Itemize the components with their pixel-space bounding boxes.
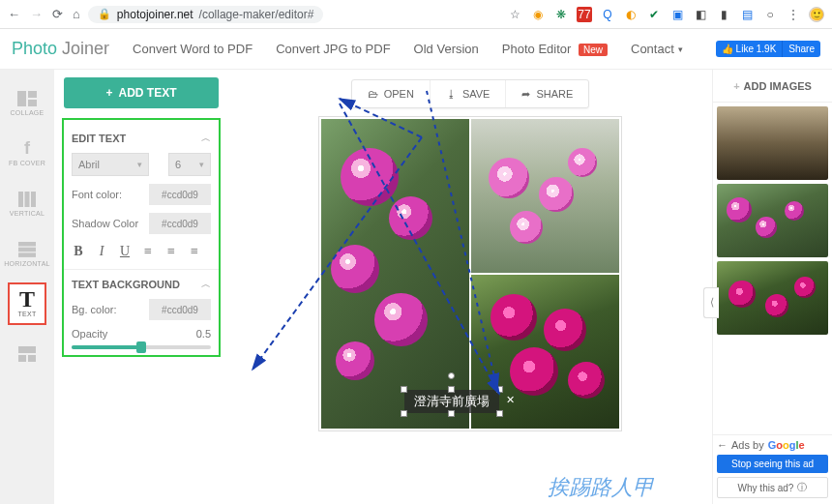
ext-icon[interactable]: ◐ [623, 7, 639, 22]
rail-horizontal[interactable]: HORIZONTAL [8, 232, 46, 275]
lock-icon: 🔒 [98, 8, 111, 20]
ext-icon[interactable]: ◧ [693, 7, 708, 22]
svg-rect-0 [17, 91, 26, 106]
svg-rect-4 [25, 192, 30, 207]
rail-fb-cover[interactable]: f FB COVER [8, 132, 46, 174]
collage-tile[interactable] [321, 119, 469, 429]
font-family-select[interactable]: Abril▾ [72, 153, 149, 176]
canvas-toolbar: 🗁OPEN ⭳SAVE ➦SHARE [351, 79, 590, 108]
nav-word-to-pdf[interactable]: Convert Word to PDF [133, 42, 253, 56]
ext-icon[interactable]: ✔ [646, 7, 662, 22]
ext-icon[interactable]: ▮ [716, 7, 731, 22]
text-bg-title: TEXT BACKGROUND ︿ [72, 278, 211, 291]
bold-button[interactable]: B [72, 244, 85, 259]
svg-rect-11 [28, 355, 36, 362]
url-path: /collage-maker/editor# [199, 8, 314, 21]
ads-collapse-icon[interactable]: ⟨ [703, 287, 719, 318]
nav-old-version[interactable]: Old Version [414, 42, 479, 56]
italic-button[interactable]: I [95, 244, 108, 259]
forward-icon[interactable]: → [30, 7, 43, 21]
shadow-color-input[interactable]: #ccd0d9 [149, 213, 211, 234]
url-host: photojoiner.net [117, 8, 193, 21]
panel-highlight: EDIT TEXT ︿ Abril▾ 6▾ Font color: #ccd0d… [62, 118, 221, 357]
facebook-icon: f [16, 140, 38, 158]
ext-icon[interactable]: ▤ [739, 7, 755, 22]
align-right-button[interactable]: ≡ [188, 244, 201, 259]
add-text-button[interactable]: + ADD TEXT [64, 77, 219, 108]
home-icon[interactable]: ⌂ [73, 7, 80, 21]
why-ad-button[interactable]: Why this ad?ⓘ [717, 477, 828, 498]
rail-vertical[interactable]: VERTICAL [8, 182, 46, 224]
right-panel: + ADD IMAGES ⟨ ← Ads by Google Stop s [712, 70, 832, 504]
svg-rect-3 [18, 192, 23, 207]
collage-canvas[interactable]: 澄清寺前廣場 ✕ [318, 116, 622, 431]
thumbnail-list [713, 103, 832, 434]
svg-rect-6 [18, 242, 36, 247]
brand-logo[interactable]: Photo Joiner [12, 39, 109, 59]
evernote-icon[interactable]: ❋ [553, 7, 569, 22]
horizontal-icon [16, 241, 38, 258]
gmail-icon[interactable]: 77 [577, 7, 592, 22]
align-center-button[interactable]: ≡ [164, 244, 178, 259]
underline-button[interactable]: U [118, 244, 132, 259]
info-icon: ⓘ [797, 481, 807, 494]
ext-icon[interactable]: ○ [762, 7, 778, 22]
nav-jpg-to-pdf[interactable]: Convert JPG to PDF [276, 42, 390, 56]
fb-share-button[interactable]: Share [782, 41, 820, 57]
bg-color-label: Bg. color: [72, 304, 116, 315]
ext-icon[interactable]: Q [600, 7, 615, 22]
menu-icon[interactable]: ⋮ [786, 7, 801, 22]
thumbnail[interactable] [717, 106, 828, 180]
opacity-slider[interactable] [72, 345, 211, 349]
align-left-button[interactable]: ≡ [141, 244, 155, 259]
rail-layout[interactable] [8, 333, 46, 375]
new-badge: New [579, 44, 608, 56]
font-color-input[interactable]: #ccd0d9 [149, 184, 211, 205]
address-bar[interactable]: 🔒 photojoiner.net/collage-maker/editor# [88, 6, 323, 23]
thumbnail[interactable] [717, 261, 828, 335]
font-color-label: Font color: [72, 189, 122, 200]
nav-photo-editor[interactable]: Photo Editor New [502, 42, 608, 56]
share-icon: ➦ [521, 88, 530, 101]
svg-rect-7 [18, 247, 36, 252]
browser-nav: ← → ⟳ ⌂ [8, 7, 80, 21]
thumbnail[interactable] [717, 184, 828, 257]
google-logo: Google [768, 439, 805, 451]
reload-icon[interactable]: ⟳ [52, 7, 63, 21]
back-icon[interactable]: ← [8, 7, 20, 21]
star-icon[interactable]: ☆ [507, 7, 522, 22]
watermark: 挨踢路人甲 [548, 473, 654, 502]
opacity-value: 0.5 [196, 328, 211, 340]
delete-text-icon[interactable]: ✕ [506, 394, 515, 406]
chevron-down-icon: ▾ [678, 44, 683, 54]
svg-rect-9 [18, 346, 36, 353]
back-arrow-icon[interactable]: ← [717, 439, 728, 451]
add-images-button[interactable]: + ADD IMAGES [713, 70, 832, 103]
caret-icon: ▾ [137, 160, 142, 169]
save-button[interactable]: ⭳SAVE [430, 80, 506, 107]
canvas-area: 🗁OPEN ⭳SAVE ➦SHARE [228, 70, 712, 504]
rail-collage[interactable]: COLLAGE [8, 81, 46, 124]
ext-icon[interactable]: ▣ [669, 7, 685, 22]
collage-tile[interactable] [471, 119, 619, 273]
chevron-up-icon[interactable]: ︿ [201, 278, 211, 291]
font-size-select[interactable]: 6▾ [168, 153, 211, 176]
svg-rect-5 [31, 192, 36, 207]
plus-icon: + [733, 80, 739, 92]
fb-like-button[interactable]: 👍Like 1.9K [716, 41, 783, 57]
layout-icon [16, 345, 38, 363]
ext-icon[interactable]: ◉ [530, 7, 546, 22]
nav-contact[interactable]: Contact ▾ [631, 42, 683, 56]
download-icon: ⭳ [446, 88, 457, 100]
open-button[interactable]: 🗁OPEN [352, 80, 430, 107]
tool-rail: COLLAGE f FB COVER VERTICAL HORIZONTAL T… [0, 70, 54, 504]
text-overlay[interactable]: 澄清寺前廣場 ✕ [404, 390, 499, 413]
bg-color-input[interactable]: #ccd0d9 [149, 299, 211, 320]
format-row: B I U ≡ ≡ ≡ [72, 244, 211, 259]
chevron-up-icon[interactable]: ︿ [201, 132, 211, 145]
share-button[interactable]: ➦SHARE [505, 80, 588, 107]
rail-text[interactable]: T TEXT [8, 282, 46, 325]
svg-rect-10 [18, 355, 26, 362]
profile-avatar[interactable]: 🙂 [809, 7, 824, 22]
stop-ad-button[interactable]: Stop seeing this ad [717, 455, 828, 473]
